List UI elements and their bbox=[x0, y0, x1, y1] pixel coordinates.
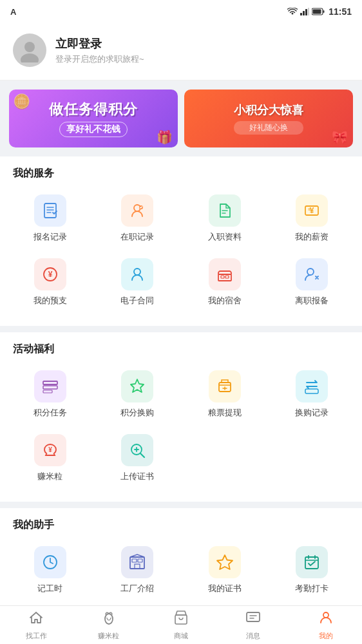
item-grain-withdraw[interactable]: 粮票提现 bbox=[181, 364, 269, 428]
svg-rect-17 bbox=[218, 274, 231, 281]
svg-rect-19 bbox=[225, 276, 229, 278]
item-my-advance[interactable]: ¥ 我的预支 bbox=[6, 252, 94, 316]
item-e-contract[interactable]: 电子合同 bbox=[94, 252, 182, 316]
my-salary-icon: ¥ bbox=[303, 202, 321, 220]
signal-icon bbox=[300, 8, 309, 15]
work-record-label: 在职记录 bbox=[120, 232, 154, 243]
my-cert-icon-box bbox=[209, 546, 241, 578]
svg-text:¥: ¥ bbox=[48, 270, 52, 279]
shopping-bag-icon bbox=[173, 610, 189, 625]
svg-rect-2 bbox=[305, 9, 307, 15]
points-shop-icon-box bbox=[121, 370, 153, 402]
svg-marker-24 bbox=[131, 379, 144, 392]
mall-label: 商城 bbox=[174, 631, 188, 641]
banner-right-text: 小积分大惊喜 好礼随心换 bbox=[229, 97, 309, 140]
section-activity-welfare: 活动福利 积分任务 积分换购 bbox=[0, 332, 362, 502]
svg-rect-23 bbox=[43, 390, 52, 393]
profile-header: 立即登录 登录开启您的求职旅程~ bbox=[0, 23, 362, 80]
svg-point-8 bbox=[21, 53, 39, 62]
chat-icon bbox=[245, 610, 261, 625]
work-hours-icon bbox=[41, 553, 59, 571]
earn-grains-icon-box: ¥ bbox=[34, 434, 66, 466]
nav-mall[interactable]: 商城 bbox=[145, 606, 217, 644]
onboard-info-icon bbox=[216, 202, 234, 220]
item-onboard-info[interactable]: 入职资料 bbox=[181, 188, 269, 252]
item-upload-cert[interactable]: 上传证书 bbox=[94, 428, 182, 491]
attendance-label: 考勤打卡 bbox=[295, 583, 329, 594]
svg-line-29 bbox=[140, 453, 144, 457]
earn-grains-label: 赚米粒 bbox=[37, 471, 62, 482]
nav-mine[interactable]: 我的 bbox=[290, 606, 362, 644]
battery-icon bbox=[312, 8, 325, 15]
item-points-task[interactable]: 积分任务 bbox=[6, 364, 94, 428]
exchange-record-icon bbox=[303, 377, 321, 395]
item-my-cert[interactable]: 我的证书 bbox=[181, 540, 269, 603]
item-exchange-record[interactable]: 换购记录 bbox=[269, 364, 356, 428]
messages-icon bbox=[245, 610, 261, 629]
svg-rect-3 bbox=[308, 8, 309, 15]
messages-label: 消息 bbox=[246, 631, 260, 641]
earn-grains-icon: ¥ bbox=[41, 441, 59, 459]
apply-record-icon bbox=[41, 202, 59, 220]
item-work-record[interactable]: 在职记录 bbox=[94, 188, 182, 252]
item-earn-grains[interactable]: ¥ 赚米粒 bbox=[6, 428, 94, 491]
item-factory-intro[interactable]: 工厂介绍 bbox=[94, 540, 182, 603]
e-contract-label: 电子合同 bbox=[120, 296, 154, 307]
work-record-icon bbox=[128, 202, 146, 220]
avatar[interactable] bbox=[13, 33, 46, 67]
banner-coin-icon: 🪙 bbox=[13, 93, 30, 110]
mine-nav-icon bbox=[318, 610, 334, 629]
svg-point-20 bbox=[307, 269, 314, 275]
item-points-shop[interactable]: 积分换购 bbox=[94, 364, 182, 428]
item-work-hours[interactable]: 记工时 bbox=[6, 540, 94, 603]
svg-rect-36 bbox=[305, 557, 318, 569]
home-icon bbox=[28, 610, 44, 625]
nav-earn-grains[interactable]: 赚米粒 bbox=[72, 606, 144, 644]
svg-rect-0 bbox=[300, 13, 302, 15]
my-cert-icon bbox=[216, 553, 234, 571]
points-task-icon-box bbox=[34, 370, 66, 402]
login-button[interactable]: 立即登录 bbox=[55, 36, 349, 52]
resign-prep-icon bbox=[303, 265, 321, 283]
work-record-icon-box bbox=[121, 194, 153, 227]
upload-cert-icon-box bbox=[121, 434, 153, 466]
apply-record-icon-box bbox=[34, 194, 66, 227]
work-hours-label: 记工时 bbox=[37, 583, 62, 594]
my-salary-label: 我的薪资 bbox=[295, 232, 329, 243]
upload-cert-icon bbox=[128, 441, 146, 459]
item-my-dorm[interactable]: 我的宿舍 bbox=[181, 252, 269, 316]
bottom-navigation: 找工作 赚米粒 商城 消息 bbox=[0, 605, 362, 644]
points-task-icon bbox=[41, 377, 59, 395]
section-welfare-title: 活动福利 bbox=[6, 343, 356, 364]
banner-gift-icon: 🎀 bbox=[332, 129, 348, 145]
factory-intro-icon bbox=[128, 553, 146, 571]
banner-right-subtitle: 好礼随心换 bbox=[234, 121, 303, 135]
avatar-icon bbox=[17, 38, 42, 62]
item-attendance[interactable]: 考勤打卡 bbox=[269, 540, 356, 603]
svg-marker-35 bbox=[217, 555, 233, 569]
mall-icon bbox=[173, 610, 189, 629]
nav-find-work[interactable]: 找工作 bbox=[0, 606, 72, 644]
item-resign-prep[interactable]: 离职报备 bbox=[269, 252, 356, 316]
exchange-record-icon-box bbox=[296, 370, 328, 402]
grain-withdraw-label: 粮票提现 bbox=[208, 408, 242, 419]
find-work-icon bbox=[28, 610, 44, 629]
points-shop-icon bbox=[128, 377, 146, 395]
section-assistant-title: 我的助手 bbox=[6, 518, 356, 540]
nav-messages[interactable]: 消息 bbox=[217, 606, 289, 644]
banner-tasks-points[interactable]: 🪙 做任务得积分 享好礼不花钱 🎁 bbox=[9, 90, 178, 147]
item-apply-record[interactable]: 报名记录 bbox=[6, 188, 94, 252]
attendance-icon-box bbox=[296, 546, 328, 578]
my-dorm-icon-box bbox=[209, 258, 241, 290]
profile-subtitle: 登录开启您的求职旅程~ bbox=[55, 53, 349, 65]
svg-point-40 bbox=[105, 614, 113, 624]
onboard-info-label: 入职资料 bbox=[208, 232, 242, 243]
services-grid: 报名记录 在职记录 bbox=[6, 188, 356, 316]
factory-intro-icon-box bbox=[121, 546, 153, 578]
my-advance-icon-box: ¥ bbox=[34, 258, 66, 290]
item-my-salary[interactable]: ¥ 我的薪资 bbox=[269, 188, 356, 252]
banner-left-subtitle: 享好礼不花钱 bbox=[59, 122, 128, 137]
points-shop-label: 积分换购 bbox=[120, 408, 154, 419]
banner-points-surprise[interactable]: 小积分大惊喜 好礼随心换 🎀 bbox=[184, 90, 353, 147]
status-icons bbox=[287, 8, 325, 15]
